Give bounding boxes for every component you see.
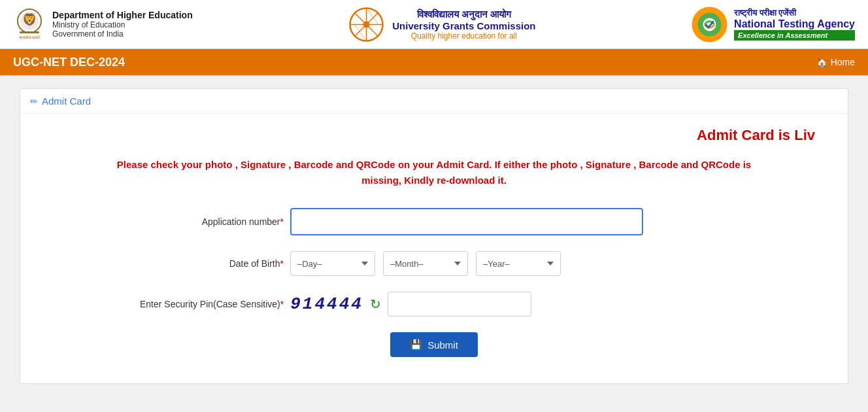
ugc-tagline: Quality higher education for all	[392, 31, 535, 41]
home-icon: 🏠	[816, 57, 827, 67]
app-number-label: Application number*	[140, 216, 284, 227]
ugc-title-en: University Grants Commission	[392, 20, 535, 31]
admit-live-notice: Admit Card is Li⁠v	[40, 127, 828, 144]
home-link[interactable]: 🏠 Home	[816, 57, 855, 67]
warning-line2: missing, Kindly re-download it.	[40, 173, 828, 188]
dept-title: Department of Higher Education	[52, 10, 193, 20]
nta-logo-icon	[692, 7, 727, 43]
header-left: 🦁 सत्यमेव जयते Department of Higher Educ…	[13, 7, 193, 43]
admit-card-panel: ✏ Admit Card Admit Card is Li⁠v Please c…	[20, 88, 848, 384]
india-emblem-icon: 🦁 सत्यमेव जयते	[13, 7, 46, 43]
dob-day-select[interactable]: –Day–	[290, 251, 375, 276]
security-pin-input[interactable]	[388, 292, 531, 317]
dob-year-select[interactable]: –Year–	[476, 251, 561, 276]
dept-ministry: Ministry of Education	[52, 20, 193, 29]
svg-rect-3	[20, 31, 39, 33]
security-label: Enter Security Pin(Case Sensitive)*	[140, 299, 284, 309]
svg-text:🦁: 🦁	[22, 12, 37, 27]
required-star: *	[280, 216, 284, 227]
captcha-display: 914444	[290, 294, 363, 314]
dob-row: Date of Birth* –Day– –Month– –Year–	[140, 251, 728, 276]
application-number-row: Application number*	[140, 208, 728, 235]
header-center: ज्ञान-विज्ञान विमुक्तये विश्वविद्यालय अन…	[348, 7, 535, 43]
submit-row: 💾 Submit	[140, 332, 728, 357]
ugc-logo-container: ज्ञान-विज्ञान विमुक्तये विश्वविद्यालय अन…	[348, 7, 535, 43]
ugc-text: विश्वविद्यालय अनुदान आयोग University Gra…	[392, 9, 535, 41]
warning-line1: Please check your photo , Signature , Ba…	[40, 157, 828, 173]
security-pin-row: Enter Security Pin(Case Sensitive)* 9144…	[140, 292, 728, 317]
page-header: 🦁 सत्यमेव जयते Department of Higher Educ…	[0, 0, 868, 49]
navbar: UGC-NET DEC-2024 🏠 Home	[0, 49, 868, 75]
nta-badge: Excellence in Assessment	[734, 30, 855, 41]
dept-info: Department of Higher Education Ministry …	[52, 10, 193, 39]
admit-live-text: Admit Card is Li⁠v	[697, 127, 815, 143]
form-section: Application number* Date of Birth* –Day–	[140, 208, 728, 357]
dob-month-select[interactable]: –Month–	[383, 251, 468, 276]
nta-text: राष्ट्रीय परीक्षा एजेंसी National Testin…	[734, 8, 855, 41]
home-label: Home	[831, 57, 855, 67]
card-body: Admit Card is Li⁠v Please check your pho…	[20, 114, 848, 383]
admit-card-title: Admit Card	[42, 95, 91, 107]
svg-text:सत्यमेव जयते: सत्यमेव जयते	[18, 35, 41, 40]
ugc-title-hindi: विश्वविद्यालय अनुदान आयोग	[392, 9, 535, 20]
submit-button[interactable]: 💾 Submit	[390, 332, 478, 357]
warning-message: Please check your photo , Signature , Ba…	[40, 157, 828, 188]
dob-group: –Day– –Month– –Year–	[290, 251, 561, 276]
application-number-input[interactable]	[290, 208, 643, 235]
main-content: ✏ Admit Card Admit Card is Li⁠v Please c…	[0, 75, 868, 397]
nta-title-en: National Testing Agency	[734, 18, 855, 30]
ugc-logo-icon: ज्ञान-विज्ञान विमुक्तये	[348, 7, 384, 43]
submit-icon: 💾	[410, 339, 422, 351]
card-header: ✏ Admit Card	[20, 89, 848, 114]
security-group: 914444 ↻	[290, 292, 531, 317]
dept-country: Government of India	[52, 29, 193, 39]
refresh-captcha-icon[interactable]: ↻	[370, 296, 381, 312]
header-right: राष्ट्रीय परीक्षा एजेंसी National Testin…	[692, 7, 855, 43]
nta-title-hindi: राष्ट्रीय परीक्षा एजेंसी	[734, 8, 855, 18]
submit-label: Submit	[427, 339, 458, 351]
admit-card-icon: ✏	[30, 96, 38, 107]
dob-label: Date of Birth*	[140, 258, 284, 269]
navbar-title: UGC-NET DEC-2024	[13, 56, 125, 69]
security-required-star: *	[280, 299, 284, 309]
dob-required-star: *	[280, 258, 284, 269]
